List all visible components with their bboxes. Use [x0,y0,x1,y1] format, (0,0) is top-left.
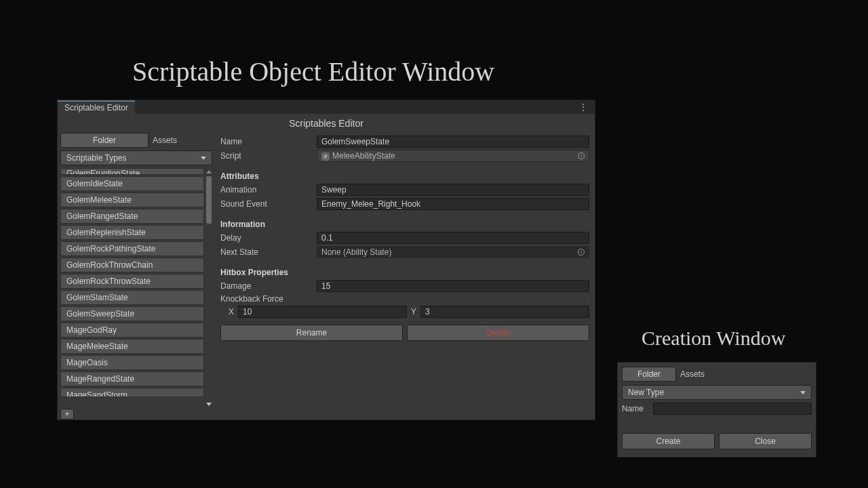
nextstate-label: Next State [220,247,313,257]
delete-button[interactable]: Delete [407,325,589,341]
window-tab-bar: Scriptables Editor ⋮ [58,100,595,114]
scroll-thumb[interactable] [206,176,212,224]
information-header: Information [220,220,589,229]
script-value: MeleeAbilityState [332,151,395,161]
damage-label: Damage [220,281,313,291]
list-item[interactable]: GolemRockThrowChain [60,258,204,272]
y-label: Y [411,307,416,317]
scrollbar[interactable] [205,168,212,407]
x-label: X [229,307,234,317]
list-item[interactable]: GolemSlamState [60,290,204,305]
list-item[interactable]: GolemMeleeState [60,192,204,207]
creation-title: Creation Window [642,327,785,350]
nextstate-value: None (Ability State) [321,247,391,257]
animation-input[interactable] [317,184,589,196]
list-item[interactable]: MageSandStorm [60,388,204,397]
asset-list: GolemEruptionState GolemIdleState GolemM… [60,168,212,407]
y-input[interactable] [420,306,589,318]
window-tab[interactable]: Scriptables Editor [58,100,135,114]
object-picker-icon[interactable] [578,249,585,256]
nextstate-field[interactable]: None (Ability State) [317,246,589,258]
list-item[interactable]: GolemEruptionState [60,168,204,175]
scriptable-types-dropdown[interactable]: Scriptable Types [60,150,212,165]
animation-label: Animation [220,185,313,195]
attributes-header: Attributes [220,171,589,181]
left-panel: Folder Assets Scriptable Types GolemErup… [58,133,215,420]
close-button[interactable]: Close [719,433,812,449]
list-item[interactable]: GolemSweepState [60,306,204,321]
name-input[interactable] [653,403,812,415]
knockback-label: Knockback Force [220,294,589,304]
chevron-down-icon [201,157,206,160]
new-type-dropdown[interactable]: New Type [622,385,812,400]
scroll-up-icon [206,170,212,174]
create-button[interactable]: Create [622,433,715,449]
name-label: Name [622,404,649,413]
rename-button[interactable]: Rename [220,325,403,341]
list-item[interactable]: GolemReplenishState [60,225,204,240]
kebab-menu-icon[interactable]: ⋮ [572,102,595,113]
scroll-down-icon [206,403,212,406]
assets-label: Assets [680,369,705,379]
list-item[interactable]: MageMeleeState [60,339,204,354]
folder-button[interactable]: Folder [60,133,149,148]
script-field[interactable]: #MeleeAbilityState [317,150,589,162]
delay-label: Delay [220,233,313,243]
window-header: Scriptables Editor [58,114,595,133]
list-item[interactable]: GolemRockThrowState [60,274,204,289]
dropdown-label: New Type [628,388,664,397]
list-item[interactable]: GolemRangedState [60,209,204,224]
sound-input[interactable] [317,198,589,210]
creation-window: Folder Assets New Type Name Create Close [617,362,816,458]
dropdown-label: Scriptable Types [66,153,127,163]
name-input[interactable] [317,136,589,148]
list-item[interactable]: MageRangedState [60,371,204,386]
list-item[interactable]: GolemRockPathingState [60,241,204,256]
list-item[interactable]: MageOasis [60,355,204,370]
script-icon: # [321,152,330,161]
delay-input[interactable] [317,232,589,244]
damage-input[interactable] [317,280,589,292]
x-input[interactable] [238,306,407,318]
add-button[interactable]: + [60,409,74,420]
folder-button[interactable]: Folder [622,367,676,382]
chevron-down-icon [800,391,806,394]
sound-label: Sound Event [220,199,313,209]
page-title: Scriptable Object Editor Window [132,56,494,87]
script-label: Script [220,151,313,161]
name-label: Name [220,137,313,146]
assets-label: Assets [153,136,177,145]
editor-window: Scriptables Editor ⋮ Scriptables Editor … [57,100,595,420]
list-item[interactable]: MageGodRay [60,323,204,338]
hitbox-header: Hitbox Properties [220,268,589,277]
object-picker-icon[interactable] [578,152,585,159]
list-item[interactable]: GolemIdleState [60,176,204,191]
inspector-panel: Name Script #MeleeAbilityState Attribute… [215,133,595,420]
